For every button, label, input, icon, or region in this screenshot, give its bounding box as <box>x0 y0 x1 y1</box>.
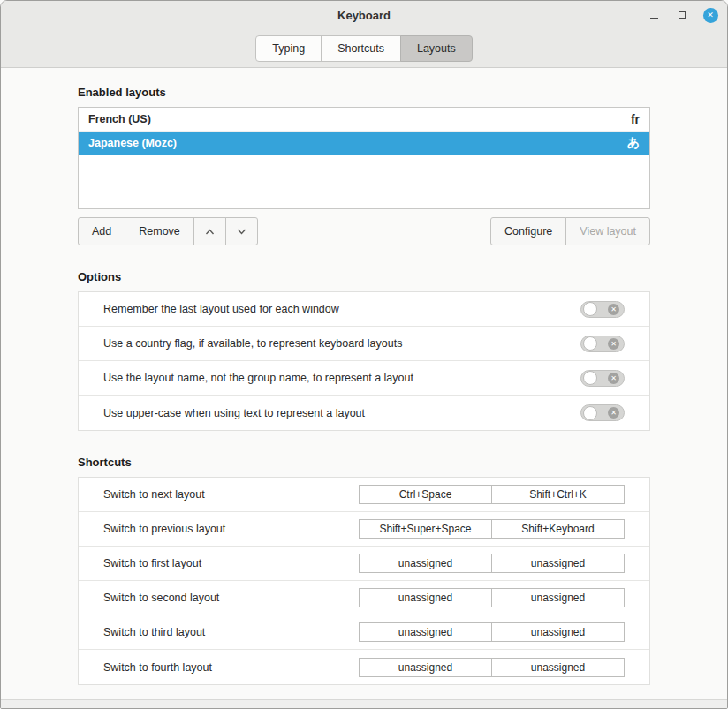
options-heading: Options <box>78 270 650 283</box>
add-button[interactable]: Add <box>78 217 125 245</box>
layout-name: Japanese (Mozc) <box>88 137 177 149</box>
tab-typing[interactable]: Typing <box>255 35 322 62</box>
option-row-remember-layout: Remember the last layout used for each w… <box>79 292 649 327</box>
list-item-japanese[interactable]: Japanese (Mozc) あ <box>79 132 649 155</box>
keybind-button[interactable]: unassigned <box>491 622 625 642</box>
keybind-button[interactable]: unassigned <box>359 622 492 642</box>
close-icon: ✕ <box>703 8 718 23</box>
options-panel: Remember the last layout used for each w… <box>78 291 650 431</box>
maximize-icon <box>679 11 686 19</box>
keybind-button[interactable]: unassigned <box>491 588 625 607</box>
keybind-button[interactable]: Ctrl+Space <box>359 485 492 504</box>
keybind-group: unassigned unassigned <box>359 554 625 573</box>
shortcut-label: Switch to third layout <box>103 626 205 638</box>
tab-layouts[interactable]: Layouts <box>400 35 473 62</box>
move-up-button[interactable] <box>193 217 226 245</box>
option-row-country-flag: Use a country flag, if available, to rep… <box>79 327 649 361</box>
shortcut-label: Switch to previous layout <box>103 523 225 535</box>
shortcuts-heading: Shortcuts <box>78 456 650 469</box>
shortcut-row-third-layout: Switch to third layout unassigned unassi… <box>79 615 649 650</box>
shortcuts-panel: Switch to next layout Ctrl+Space Shift+C… <box>78 477 650 685</box>
remove-button[interactable]: Remove <box>125 217 194 245</box>
toggle-knob <box>583 302 597 316</box>
minimize-button[interactable] <box>646 7 662 23</box>
move-down-button[interactable] <box>225 217 258 245</box>
edit-buttons: Add Remove <box>78 217 258 245</box>
keybind-button[interactable]: unassigned <box>491 658 625 677</box>
toggle-layout-name[interactable]: ✕ <box>580 370 625 387</box>
keybind-button[interactable]: Shift+Ctrl+K <box>491 485 625 504</box>
chevron-down-icon <box>236 228 247 236</box>
keybind-button[interactable]: unassigned <box>491 554 625 573</box>
shortcut-row-first-layout: Switch to first layout unassigned unassi… <box>79 547 649 581</box>
shortcut-row-next-layout: Switch to next layout Ctrl+Space Shift+C… <box>79 478 649 512</box>
option-label: Use a country flag, if available, to rep… <box>103 337 402 350</box>
keybind-group: unassigned unassigned <box>359 658 625 677</box>
toggle-off-icon: ✕ <box>608 407 619 419</box>
window-title: Keyboard <box>337 9 391 22</box>
toggle-knob <box>583 336 597 351</box>
shortcut-label: Switch to fourth layout <box>103 661 212 674</box>
toggle-knob <box>583 371 597 385</box>
shortcut-label: Switch to next layout <box>103 488 205 501</box>
layout-name: French (US) <box>88 113 151 125</box>
titlebar[interactable]: Keyboard ✕ <box>1 1 727 29</box>
toggle-off-icon: ✕ <box>608 338 619 350</box>
shortcut-label: Switch to second layout <box>103 592 219 604</box>
option-label: Use the layout name, not the group name,… <box>103 372 413 384</box>
view-layout-button[interactable]: View layout <box>565 217 650 245</box>
layout-badge-fr: fr <box>631 112 640 126</box>
keyboard-settings-window: Keyboard ✕ Typing Shortcuts Layouts Enab… <box>0 0 728 709</box>
option-row-upper-case: Use upper-case when using text to repres… <box>79 396 649 430</box>
keybind-group: unassigned unassigned <box>359 622 625 642</box>
window-controls: ✕ <box>646 1 718 29</box>
toggle-remember-layout[interactable]: ✕ <box>580 301 625 318</box>
option-label: Use upper-case when using text to repres… <box>103 407 365 419</box>
keybind-group: Ctrl+Space Shift+Ctrl+K <box>359 485 625 504</box>
toggle-off-icon: ✕ <box>608 304 619 315</box>
shortcut-row-second-layout: Switch to second layout unassigned unass… <box>79 581 649 615</box>
shortcut-row-fourth-layout: Switch to fourth layout unassigned unass… <box>79 650 649 684</box>
keybind-group: unassigned unassigned <box>359 588 625 607</box>
enabled-layouts-list[interactable]: French (US) fr Japanese (Mozc) あ <box>78 107 650 209</box>
keybind-button[interactable]: unassigned <box>359 554 492 573</box>
shortcut-label: Switch to first layout <box>103 557 201 569</box>
shortcut-row-previous-layout: Switch to previous layout Shift+Super+Sp… <box>79 512 649 547</box>
keybind-button[interactable]: unassigned <box>359 658 492 677</box>
keybind-button[interactable]: Shift+Super+Space <box>359 519 492 539</box>
layout-action-buttons: Configure View layout <box>490 217 650 245</box>
window-bottom-edge <box>1 699 727 708</box>
tab-shortcuts[interactable]: Shortcuts <box>321 35 401 62</box>
toggle-knob <box>583 406 597 420</box>
keybind-group: Shift+Super+Space Shift+Keyboard <box>359 519 625 539</box>
maximize-button[interactable] <box>674 7 690 23</box>
minimize-icon <box>650 18 658 19</box>
option-row-layout-name: Use the layout name, not the group name,… <box>79 361 649 396</box>
keybind-button[interactable]: unassigned <box>359 588 492 607</box>
toggle-country-flag[interactable]: ✕ <box>580 336 625 352</box>
keybind-button[interactable]: Shift+Keyboard <box>491 519 625 539</box>
layouts-page: Enabled layouts French (US) fr Japanese … <box>1 68 727 699</box>
layout-badge-ja: あ <box>627 135 640 151</box>
close-button[interactable]: ✕ <box>702 7 718 23</box>
toggle-upper-case[interactable]: ✕ <box>580 404 625 421</box>
toggle-off-icon: ✕ <box>608 373 619 384</box>
enabled-layouts-heading: Enabled layouts <box>78 86 650 99</box>
chevron-up-icon <box>204 228 216 236</box>
list-actions: Add Remove Configure View layout <box>78 217 650 245</box>
tab-bar: Typing Shortcuts Layouts <box>1 29 727 68</box>
configure-button[interactable]: Configure <box>490 217 566 245</box>
tab-group: Typing Shortcuts Layouts <box>255 35 472 62</box>
option-label: Remember the last layout used for each w… <box>103 303 339 315</box>
list-item-french[interactable]: French (US) fr <box>79 108 649 132</box>
